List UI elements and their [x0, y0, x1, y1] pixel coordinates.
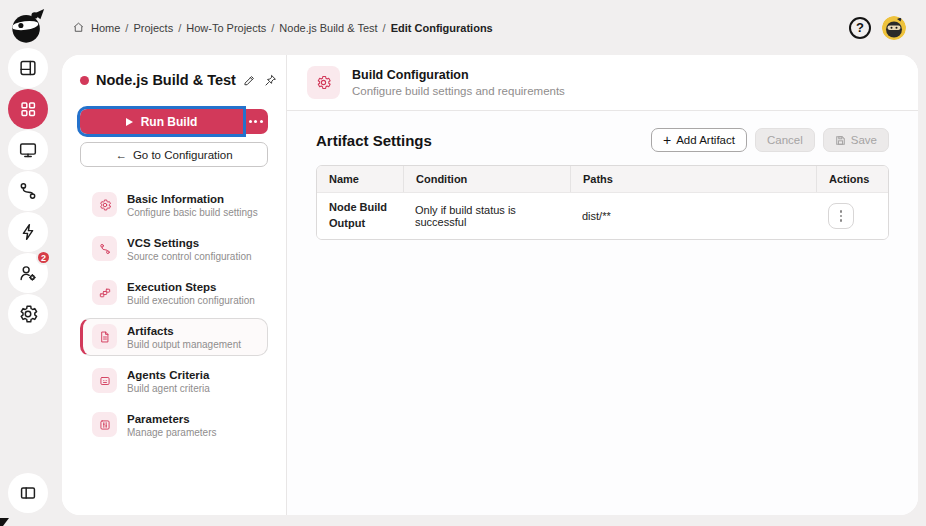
artifact-condition-cell: Only if build status is successful [403, 197, 570, 235]
cancel-button[interactable]: Cancel [755, 128, 815, 152]
question-mark-icon: ? [856, 20, 864, 35]
table-header-row: Name Condition Paths Actions [317, 166, 888, 192]
breadcrumb-separator: / [271, 22, 274, 34]
run-build-button[interactable]: Run Build [80, 109, 243, 134]
help-button[interactable]: ? [849, 17, 871, 39]
artifacts-table: Name Condition Paths Actions Node Build … [316, 165, 889, 240]
main-panel: Build Configuration Configure build sett… [287, 55, 918, 515]
project-title-row: Node.js Build & Test [80, 72, 268, 88]
icon-rail: 2 [0, 0, 56, 526]
grid-icon [17, 98, 39, 120]
brand-ninja-logo[interactable] [9, 7, 47, 45]
project-status-dot [80, 76, 89, 85]
breadcrumb-howto-projects[interactable]: How-To Projects [186, 22, 266, 34]
user-avatar[interactable] [882, 16, 906, 40]
ninja-avatar-icon [882, 16, 906, 40]
rail-button-collapse-sidebar[interactable] [8, 473, 48, 513]
notification-badge: 2 [36, 250, 51, 265]
home-icon [72, 21, 85, 34]
nav-item-parameters[interactable]: Parameters Manage parameters [80, 406, 268, 444]
run-build-split-button: Run Build [80, 109, 268, 134]
cancel-label: Cancel [767, 134, 803, 146]
breadcrumb-build-config[interactable]: Node.js Build & Test [279, 22, 377, 34]
nav-item-title: Execution Steps [127, 281, 255, 293]
layout-icon [17, 57, 39, 79]
nav-item-vcs-settings[interactable]: VCS Settings Source control configuratio… [80, 230, 268, 268]
row-actions-menu-button[interactable] [828, 203, 854, 229]
rail-button-dashboard[interactable] [8, 48, 48, 88]
column-header-condition: Condition [403, 166, 570, 192]
nav-item-subtitle: Configure basic build settings [127, 207, 258, 218]
plus-icon: + [663, 133, 671, 147]
breadcrumb-separator: / [178, 22, 181, 34]
save-button[interactable]: Save [823, 128, 889, 152]
table-row: Node Build Output Only if build status i… [317, 192, 888, 239]
project-panel: Node.js Build & Test Run Build [62, 55, 287, 515]
rail-button-settings[interactable] [8, 294, 48, 334]
nav-item-execution-steps[interactable]: Execution Steps Build execution configur… [80, 274, 268, 312]
nav-item-agents-criteria[interactable]: Agents Criteria Build agent criteria [80, 362, 268, 400]
save-disk-icon [835, 135, 846, 146]
user-gear-icon [17, 262, 39, 284]
section-header-row: Artifact Settings + Add Artifact Cancel [316, 128, 889, 152]
nav-item-subtitle: Source control configuration [127, 251, 252, 262]
gear-icon [17, 303, 39, 325]
rail-button-activity[interactable] [8, 212, 48, 252]
section-title: Artifact Settings [316, 132, 432, 149]
robot-icon [92, 368, 117, 393]
branch-icon [92, 236, 117, 261]
column-header-name: Name [317, 166, 403, 192]
rail-button-projects[interactable] [8, 89, 48, 129]
monitor-icon [17, 139, 39, 161]
run-build-more-button[interactable] [243, 109, 268, 134]
top-bar: Home / Projects / How-To Projects / Node… [56, 0, 926, 55]
artifact-paths-cell: dist/** [570, 203, 816, 229]
lightning-icon [17, 221, 39, 243]
artifact-name-cell: Node Build Output [317, 193, 403, 239]
pin-icon[interactable] [264, 74, 277, 87]
nav-item-title: VCS Settings [127, 237, 252, 249]
nav-item-subtitle: Build execution configuration [127, 295, 255, 306]
goto-configuration-button[interactable]: ← Go to Configuration [80, 142, 268, 167]
rail-button-vcs[interactable] [8, 171, 48, 211]
nav-item-title: Parameters [127, 413, 217, 425]
add-artifact-button[interactable]: + Add Artifact [651, 128, 747, 152]
nav-item-title: Agents Criteria [127, 369, 210, 381]
run-build-label: Run Build [141, 115, 198, 129]
nav-item-subtitle: Manage parameters [127, 427, 217, 438]
breadcrumb-projects[interactable]: Projects [133, 22, 173, 34]
arrow-left-icon: ← [115, 149, 127, 161]
top-actions: ? [849, 16, 906, 40]
breadcrumb-separator: / [383, 22, 386, 34]
page-header: Build Configuration Configure build sett… [287, 55, 918, 111]
page-title: Build Configuration [352, 68, 565, 82]
goto-configuration-label: Go to Configuration [133, 149, 233, 161]
nav-item-artifacts[interactable]: Artifacts Build output management [80, 318, 268, 356]
ellipsis-icon [249, 120, 263, 123]
project-title: Node.js Build & Test [96, 72, 236, 88]
rail-button-agents[interactable] [8, 130, 48, 170]
steps-icon [92, 280, 117, 305]
nav-item-basic-information[interactable]: Basic Information Configure basic build … [80, 186, 268, 224]
column-header-actions: Actions [816, 166, 888, 192]
config-nav: Basic Information Configure basic build … [80, 186, 268, 444]
gear-icon [92, 192, 117, 217]
breadcrumb-separator: / [125, 22, 128, 34]
sliders-icon [92, 412, 117, 437]
breadcrumb: Home / Projects / How-To Projects / Node… [72, 21, 493, 34]
nav-item-subtitle: Build output management [127, 339, 241, 350]
document-icon [92, 324, 117, 349]
add-artifact-label: Add Artifact [676, 134, 735, 146]
collapse-panel-icon [17, 482, 39, 504]
main-body: Artifact Settings + Add Artifact Cancel [287, 111, 918, 240]
nav-item-title: Artifacts [127, 325, 241, 337]
mouse-cursor [0, 518, 9, 526]
gear-icon [307, 66, 340, 99]
edit-pencil-icon[interactable] [243, 74, 256, 87]
page-subtitle: Configure build settings and requirement… [352, 85, 565, 97]
save-label: Save [851, 134, 877, 146]
play-icon [126, 118, 133, 126]
rail-button-users[interactable]: 2 [8, 253, 48, 293]
breadcrumb-edit-configurations: Edit Configurations [391, 22, 493, 34]
breadcrumb-home[interactable]: Home [91, 22, 120, 34]
